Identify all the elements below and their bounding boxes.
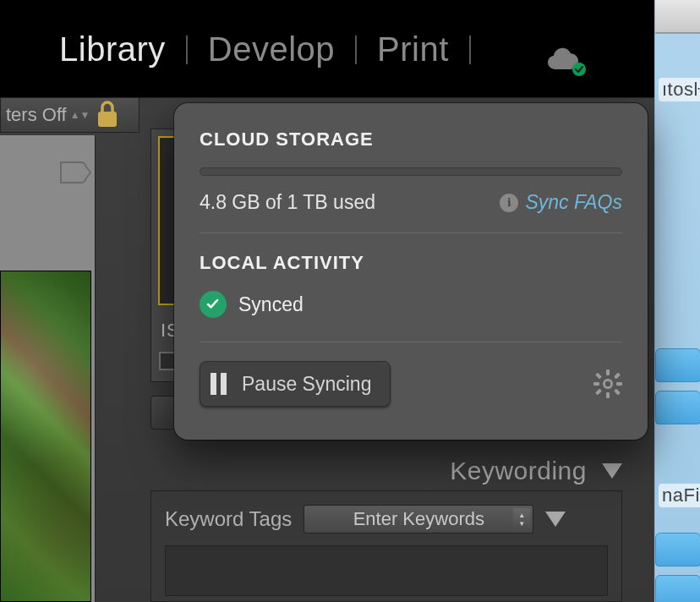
info-icon: i [500,194,518,212]
desktop-background-strip: ıtosŀ naFi [654,0,700,602]
svg-rect-4 [606,392,610,398]
sync-faqs-link[interactable]: i Sync FAQs [500,191,622,214]
desktop-folder-icon[interactable] [655,533,700,566]
desktop-folder-icon[interactable] [655,575,700,602]
pause-icon [211,373,227,395]
keywording-panel: Keyword Tags Enter Keywords ▲▼ [150,490,622,602]
check-circle-icon [200,291,227,318]
svg-rect-7 [595,373,602,380]
divider [200,233,622,233]
desktop-folder-icon[interactable] [655,348,700,382]
module-divider [355,36,357,64]
desktop-disk-icon[interactable] [655,0,700,34]
keyword-tags-label: Keyword Tags [165,507,292,531]
module-tab-library[interactable]: Library [59,30,166,68]
panel-header-keywording[interactable]: Keywording [150,457,622,485]
sync-faqs-label: Sync FAQs [525,191,622,214]
sync-status-text: Synced [238,293,304,316]
svg-rect-5 [593,382,599,386]
storage-progress-bar [200,167,622,176]
svg-rect-10 [595,389,602,396]
disclosure-triangle-icon[interactable] [602,463,622,479]
svg-rect-6 [616,382,622,386]
photo-thumbnail[interactable] [0,271,91,602]
divider [200,342,622,342]
svg-point-0 [572,63,586,76]
module-tab-print[interactable]: Print [377,30,449,68]
keyword-mode-select[interactable]: Enter Keywords ▲▼ [304,505,533,534]
filter-label: ters Off [6,104,67,126]
chevron-updown-icon: ▲▼ [70,109,90,121]
desktop-label: naFi [659,484,700,507]
svg-point-11 [605,381,610,386]
keyword-mode-value: Enter Keywords [353,508,484,530]
storage-usage-text: 4.8 GB of 1 TB used [200,191,375,214]
disclosure-triangle-icon[interactable] [545,512,566,527]
desktop-folder-icon[interactable] [655,391,700,424]
svg-rect-8 [614,389,621,396]
svg-rect-9 [614,373,621,380]
panel-title: Keywording [450,457,587,485]
lock-icon[interactable] [95,100,120,129]
app-topbar: Library Develop Print [0,0,654,97]
local-activity-heading: LOCAL ACTIVITY [200,252,622,274]
pause-syncing-button[interactable]: Pause Syncing [200,361,391,407]
module-divider [186,36,188,64]
cloud-storage-heading: CLOUD STORAGE [200,129,622,150]
module-picker: Library Develop Print [59,30,471,68]
cloud-sync-popover: CLOUD STORAGE 4.8 GB of 1 TB used i Sync… [174,103,648,440]
gear-icon[interactable] [593,369,622,398]
module-tab-develop[interactable]: Develop [208,30,335,68]
svg-rect-3 [606,369,610,375]
svg-rect-1 [98,112,117,127]
keywords-textarea[interactable] [165,545,608,596]
desktop-label: ıtosŀ [659,78,700,101]
cloud-sync-icon[interactable] [544,46,587,76]
pause-syncing-label: Pause Syncing [242,373,371,396]
module-divider [469,36,471,64]
stepper-icon[interactable]: ▲▼ [513,508,530,530]
flag-icon[interactable] [59,161,93,186]
